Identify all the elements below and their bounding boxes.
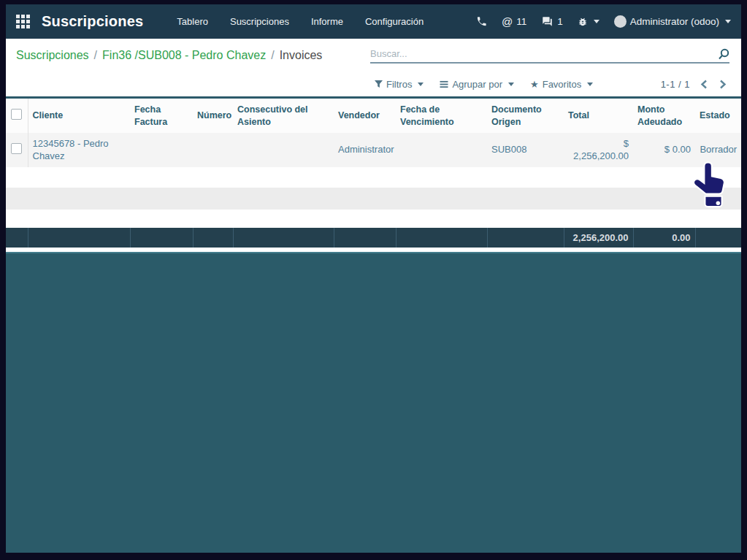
user-menu-button[interactable]: Administrator (odoo) (614, 15, 731, 28)
chevron-down-icon (587, 83, 593, 86)
bug-icon (578, 17, 588, 27)
mentions-button[interactable]: @ 11 (502, 15, 526, 28)
menu-item-informe[interactable]: Informe (311, 16, 343, 27)
column-header-fecha-vencimiento[interactable]: Fecha de Vencimiento (396, 99, 487, 133)
cell-monto-adeudado: $ 0.00 (633, 133, 695, 167)
cell-numero (193, 133, 233, 167)
chevron-down-icon (418, 83, 424, 86)
main-menu: Tablero Suscripciones Informe Configurac… (177, 16, 424, 27)
breadcrumb-subscription[interactable]: Fin36 /SUB008 - Pedro Chavez (102, 49, 266, 61)
empty-row (6, 167, 741, 188)
select-all-checkbox[interactable] (11, 109, 22, 120)
table-row[interactable]: 12345678 - Pedro Chavez Administrator SU… (6, 133, 741, 167)
navbar-right: @ 11 1 Administrator (odoo) (476, 15, 731, 28)
footer-monto-adeudado: 0.00 (633, 227, 695, 248)
phone-button[interactable] (476, 16, 487, 27)
mentions-count: 11 (516, 16, 526, 27)
cell-estado: Borrador (695, 133, 741, 167)
cell-cliente: 12345678 - Pedro Chavez (28, 133, 130, 167)
pager-range: 1-1 / 1 (661, 79, 690, 90)
cell-fecha-factura (130, 133, 193, 167)
breadcrumb-invoices: Invoices (280, 49, 323, 61)
control-panel: Suscripciones/Fin36 /SUB008 - Pedro Chav… (6, 39, 741, 99)
filters-button[interactable]: Filtros (375, 79, 424, 90)
breadcrumb-separator: / (89, 49, 102, 61)
pager-next-button[interactable] (719, 80, 727, 89)
table-header-row: Cliente Fecha Factura Número Consecutivo… (6, 99, 741, 133)
messages-button[interactable]: 1 (541, 16, 563, 27)
app-title[interactable]: Suscripciones (42, 13, 143, 30)
favorites-label: Favoritos (543, 79, 581, 90)
table-footer-row: 2,256,200.00 0.00 (6, 227, 741, 248)
chat-icon (541, 16, 553, 27)
invoices-table: Cliente Fecha Factura Número Consecutivo… (6, 99, 741, 248)
column-header-documento-origen[interactable]: Documento Origen (487, 99, 564, 133)
avatar (614, 15, 627, 28)
search-input[interactable] (370, 48, 718, 59)
screenshot-frame: Suscripciones Tablero Suscripciones Info… (0, 0, 747, 560)
column-header-vendedor[interactable]: Vendedor (334, 99, 396, 133)
cell-consecutivo (233, 133, 334, 167)
search-box (370, 48, 729, 64)
column-header-numero[interactable]: Número (193, 99, 233, 133)
group-by-icon (440, 80, 448, 88)
top-navbar: Suscripciones Tablero Suscripciones Info… (6, 4, 741, 39)
menu-item-suscripciones[interactable]: Suscripciones (230, 16, 289, 27)
favorites-button[interactable]: ★ Favoritos (530, 79, 593, 90)
chevron-down-icon (725, 20, 731, 23)
phone-icon (476, 16, 487, 27)
app-window: Suscripciones Tablero Suscripciones Info… (6, 4, 741, 553)
column-header-consecutivo[interactable]: Consecutivo del Asiento (233, 99, 334, 133)
column-header-cliente[interactable]: Cliente (28, 99, 130, 133)
empty-row (6, 188, 741, 210)
footer-total: 2,256,200.00 (564, 227, 633, 248)
search-icon[interactable] (718, 48, 729, 60)
user-name: Administrator (odoo) (630, 16, 719, 27)
chevron-down-icon (508, 83, 514, 86)
breadcrumb-suscripciones[interactable]: Suscripciones (16, 49, 89, 61)
filters-label: Filtros (386, 79, 412, 90)
groupby-button[interactable]: Agrupar por (440, 79, 514, 90)
empty-canvas-background (6, 252, 741, 553)
row-checkbox[interactable] (11, 143, 22, 154)
chevron-right-icon (719, 80, 727, 89)
breadcrumb: Suscripciones/Fin36 /SUB008 - Pedro Chav… (16, 49, 370, 62)
cell-fecha-vencimiento (396, 133, 487, 167)
pager-prev-button[interactable] (700, 80, 708, 89)
chevron-left-icon (700, 80, 708, 89)
debug-menu-button[interactable] (578, 17, 599, 27)
menu-item-configuracion[interactable]: Configuración (365, 16, 424, 27)
star-icon: ★ (530, 79, 539, 90)
empty-row (6, 210, 741, 227)
pager: 1-1 / 1 (661, 79, 727, 90)
menu-item-tablero[interactable]: Tablero (177, 16, 208, 27)
column-header-monto-adeudado[interactable]: Monto Adeudado (633, 99, 695, 133)
apps-grid-icon[interactable] (16, 15, 30, 28)
column-header-estado[interactable]: Estado (695, 99, 741, 133)
column-header-fecha-factura[interactable]: Fecha Factura (130, 99, 193, 133)
filter-funnel-icon (375, 80, 383, 88)
cell-documento-origen: SUB008 (487, 133, 564, 167)
cell-total: $ 2,256,200.00 (564, 133, 633, 167)
breadcrumb-separator: / (266, 49, 279, 61)
groupby-label: Agrupar por (452, 79, 502, 90)
messages-count: 1 (557, 16, 563, 27)
cell-vendedor: Administrator (334, 133, 396, 167)
chevron-down-icon (594, 20, 599, 23)
at-icon: @ (502, 15, 513, 28)
column-header-total[interactable]: Total (564, 99, 633, 133)
